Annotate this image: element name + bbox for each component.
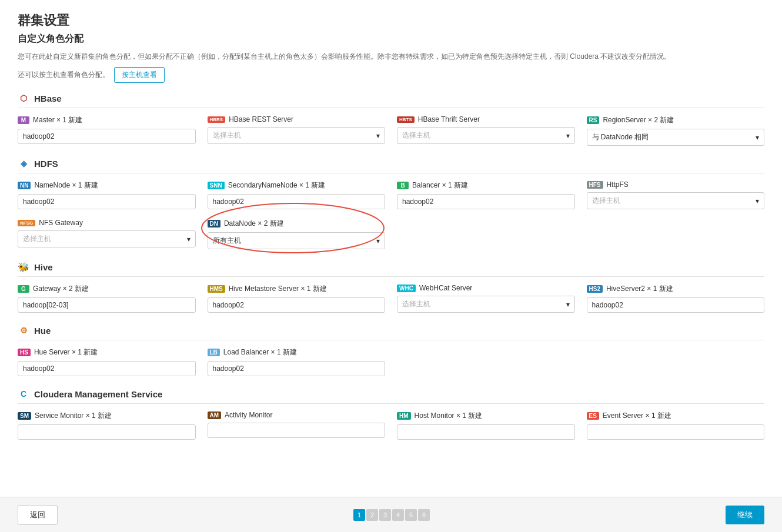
page-5[interactable]: 5 (405, 509, 417, 521)
section-cloudera-title: Cloudera Management Service (34, 389, 162, 399)
role-am-label: AM Activity Monitor (208, 411, 386, 419)
chevron-down-icon: ▾ (376, 237, 380, 245)
badge-lb: LB (208, 349, 220, 356)
hue-icon: ⚙ (18, 324, 29, 336)
chevron-down-icon: ▾ (756, 197, 759, 205)
page-4[interactable]: 4 (392, 509, 404, 521)
role-event-server: ES Event Server × 1 新建 (587, 411, 765, 440)
role-gateway: G Gateway × 2 新建 (18, 284, 196, 313)
role-master: M Master × 1 新建 (18, 115, 196, 146)
role-hbase-thrift-label: HBTS HBase Thrift Server (397, 115, 575, 123)
input-sm[interactable] (18, 424, 196, 440)
cloudera-icon: C (18, 388, 29, 400)
role-hiveserver2: HS2 HiveServer2 × 1 新建 (587, 284, 765, 313)
badge-hm: HM (397, 412, 411, 420)
input-balancer[interactable] (397, 194, 575, 209)
select-httpfs[interactable]: 选择主机 ▾ (587, 192, 765, 209)
role-nfs-gateway: NFSG NFS Gateway 选择主机 ▾ (18, 219, 196, 249)
role-snn-label: SNN SecondaryNameNode × 1 新建 (208, 180, 386, 190)
page-title: 群集设置 (18, 12, 764, 29)
badge-hms: HMS (208, 285, 225, 293)
section-hdfs-title: HDFS (34, 159, 58, 169)
chevron-down-icon: ▾ (566, 132, 570, 140)
page-1[interactable]: 1 (353, 509, 365, 521)
badge-sm: SM (18, 412, 31, 420)
role-balancer-label: B Balancer × 1 新建 (397, 180, 575, 190)
hue-roles-grid: HS Hue Server × 1 新建 LB Load Balancer × … (18, 347, 764, 376)
input-am[interactable] (208, 423, 386, 438)
input-hs2[interactable] (587, 297, 765, 313)
continue-button[interactable]: 继续 (726, 506, 764, 524)
badge-master: M (18, 116, 29, 124)
badge-dn: DN (208, 220, 220, 227)
select-nfs[interactable]: 选择主机 ▾ (18, 230, 196, 247)
section-hdfs: ◈ HDFS NN NameNode × 1 新建 SNN SecondaryN… (18, 158, 764, 249)
badge-hs2: HS2 (587, 285, 603, 293)
view-by-host-row: 还可以按主机查看角色分配。 按主机查看 (18, 67, 764, 83)
role-secondary-namenode: SNN SecondaryNameNode × 1 新建 (208, 180, 386, 209)
role-datanode: DN DataNode × 2 新建 所有主机 ▾ (208, 219, 386, 249)
role-gateway-label: G Gateway × 2 新建 (18, 284, 196, 294)
badge-hs: HS (18, 349, 31, 356)
chevron-down-icon: ▾ (187, 235, 191, 243)
role-activity-monitor: AM Activity Monitor (208, 411, 386, 440)
back-button[interactable]: 返回 (18, 505, 58, 525)
description: 您可在此处自定义新群集的角色分配，但如果分配不正确（例如，分配到某台主机上的角色… (18, 51, 723, 62)
section-cloudera: C Cloudera Management Service SM Service… (18, 388, 764, 440)
role-host-monitor: HM Host Monitor × 1 新建 (397, 411, 575, 440)
view-by-host-text: 还可以按主机查看角色分配。 (18, 70, 109, 80)
section-hive-title: Hive (34, 262, 53, 272)
role-datanode-label: DN DataNode × 2 新建 (208, 219, 386, 229)
badge-whc: WHC (397, 285, 416, 292)
input-master[interactable] (18, 129, 196, 144)
section-hue-header: ⚙ Hue (18, 324, 764, 340)
input-hue-server[interactable] (18, 361, 196, 376)
role-hs-label: HS Hue Server × 1 新建 (18, 347, 196, 357)
role-regionserver-label: RS RegionServer × 2 新建 (587, 115, 765, 125)
page-3[interactable]: 3 (379, 509, 391, 521)
input-lb[interactable] (208, 361, 386, 376)
role-lb-label: LB Load Balancer × 1 新建 (208, 347, 386, 357)
page-2[interactable]: 2 (366, 509, 378, 521)
role-webhcat: WHC WebHCat Server 选择主机 ▾ (397, 284, 575, 313)
role-load-balancer: LB Load Balancer × 1 新建 (208, 347, 386, 376)
select-hbase-rest[interactable]: 选择主机 ▾ (208, 127, 386, 144)
section-hbase-header: ⬡ HBase (18, 92, 764, 108)
page-subtitle: 自定义角色分配 (18, 33, 764, 45)
input-hm[interactable] (397, 424, 575, 440)
input-snn[interactable] (208, 194, 386, 209)
select-webhcat[interactable]: 选择主机 ▾ (397, 296, 575, 313)
chevron-down-icon: ▾ (566, 300, 570, 309)
select-hbase-thrift[interactable]: 选择主机 ▾ (397, 127, 575, 144)
select-regionserver[interactable]: 与 DataNode 相同 ▾ (587, 129, 765, 146)
badge-nfsg: NFSG (18, 220, 35, 226)
hive-icon: 🐝 (18, 261, 29, 273)
role-hms-label: HMS Hive Metastore Server × 1 新建 (208, 284, 386, 294)
badge-b: B (397, 182, 409, 189)
badge-hbts: HBTS (397, 116, 415, 123)
input-hms[interactable] (208, 297, 386, 313)
role-namenode: NN NameNode × 1 新建 (18, 180, 196, 209)
role-hbase-thrift: HBTS HBase Thrift Server 选择主机 ▾ (397, 115, 575, 146)
input-es[interactable] (587, 424, 765, 440)
role-service-monitor: SM Service Monitor × 1 新建 (18, 411, 196, 440)
page-wrapper: 群集设置 自定义角色分配 您可在此处自定义新群集的角色分配，但如果分配不正确（例… (0, 0, 782, 532)
role-balancer: B Balancer × 1 新建 (397, 180, 575, 209)
hdfs-roles-grid: NN NameNode × 1 新建 SNN SecondaryNameNode… (18, 180, 764, 249)
section-hdfs-header: ◈ HDFS (18, 158, 764, 173)
input-namenode[interactable] (18, 194, 196, 209)
input-gateway[interactable] (18, 297, 196, 313)
page-6[interactable]: 6 (418, 509, 430, 521)
section-hive: 🐝 Hive G Gateway × 2 新建 HMS Hive Metasto… (18, 261, 764, 313)
role-es-label: ES Event Server × 1 新建 (587, 411, 765, 421)
badge-es: ES (587, 412, 599, 420)
hbase-roles-grid: M Master × 1 新建 HBRS HBase REST Server 选… (18, 115, 764, 146)
select-datanode[interactable]: 所有主机 ▾ (208, 232, 386, 249)
role-sm-label: SM Service Monitor × 1 新建 (18, 411, 196, 421)
role-hm-label: HM Host Monitor × 1 新建 (397, 411, 575, 421)
section-hbase-title: HBase (34, 93, 62, 103)
pagination: 1 2 3 4 5 6 (353, 509, 430, 521)
view-by-host-button[interactable]: 按主机查看 (114, 67, 165, 83)
chevron-down-icon: ▾ (376, 132, 380, 140)
hbase-icon: ⬡ (18, 92, 29, 104)
